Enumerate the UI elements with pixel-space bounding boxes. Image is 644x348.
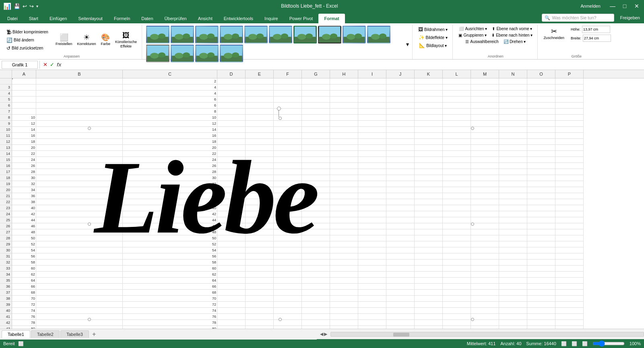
cell-A36[interactable]: 66: [12, 284, 36, 290]
cell-D5[interactable]: [217, 97, 246, 103]
cell-E25[interactable]: [246, 217, 274, 223]
cell-D26[interactable]: [217, 223, 246, 229]
cell-G2[interactable]: [302, 78, 330, 84]
cell-O21[interactable]: [527, 193, 555, 199]
cell-F16[interactable]: [274, 163, 302, 169]
row-num-16[interactable]: 16: [0, 163, 12, 169]
cell-O9[interactable]: [527, 121, 555, 127]
cell-I36[interactable]: [358, 284, 386, 290]
cell-J14[interactable]: [386, 151, 415, 157]
cell-K35[interactable]: [415, 278, 443, 284]
cell-E14[interactable]: [246, 151, 274, 157]
ribbon-tab-start[interactable]: Start: [23, 14, 44, 23]
cell-F3[interactable]: [274, 84, 302, 91]
cell-A41[interactable]: 76: [12, 314, 36, 320]
cell-C38[interactable]: 70: [123, 296, 217, 302]
cell-E21[interactable]: [246, 193, 274, 199]
cell-D21[interactable]: [217, 193, 246, 199]
cell-K27[interactable]: [415, 229, 443, 235]
cell-I31[interactable]: [358, 253, 386, 259]
cell-I8[interactable]: [358, 115, 386, 121]
cell-O37[interactable]: [527, 290, 555, 296]
cell-M42[interactable]: [471, 320, 499, 326]
cell-O5[interactable]: [527, 97, 555, 103]
ribbon-tab-power-pivot[interactable]: Power Pivot: [284, 14, 319, 23]
cell-J27[interactable]: [386, 229, 415, 235]
cell-A28[interactable]: 50: [12, 235, 36, 241]
cell-D29[interactable]: [217, 241, 246, 247]
cell-I28[interactable]: [358, 235, 386, 241]
cell-K31[interactable]: [415, 253, 443, 259]
cell-E33[interactable]: [246, 266, 274, 272]
close-button[interactable]: ✕: [633, 2, 641, 10]
cell-J12[interactable]: [386, 139, 415, 145]
cell-M25[interactable]: [471, 217, 499, 223]
col-header-C[interactable]: C: [123, 70, 217, 78]
cell-J42[interactable]: [386, 320, 415, 326]
cell-E30[interactable]: [246, 247, 274, 253]
cell-L33[interactable]: [443, 266, 471, 272]
cell-M24[interactable]: [471, 211, 499, 217]
cell-L20[interactable]: [443, 187, 471, 193]
cell-L14[interactable]: [443, 151, 471, 157]
cell-E12[interactable]: [246, 139, 274, 145]
cell-A14[interactable]: 22: [12, 151, 36, 157]
cell-G6[interactable]: [302, 103, 330, 109]
cell-P43[interactable]: [555, 326, 584, 329]
cell-F42[interactable]: [274, 320, 302, 326]
cell-A12[interactable]: 18: [12, 139, 36, 145]
cell-N39[interactable]: [499, 302, 527, 308]
cell-B41[interactable]: [36, 314, 123, 320]
col-header-A[interactable]: A: [12, 70, 36, 78]
cell-M20[interactable]: [471, 187, 499, 193]
cell-L23[interactable]: [443, 205, 471, 211]
col-header-D[interactable]: D: [217, 70, 246, 78]
cell-O14[interactable]: [527, 151, 555, 157]
cell-D9[interactable]: [217, 121, 246, 127]
cell-O2[interactable]: [527, 78, 555, 84]
cell-B29[interactable]: [36, 241, 123, 247]
cell-J11[interactable]: [386, 133, 415, 139]
image-style-2[interactable]: [171, 26, 194, 43]
cell-O22[interactable]: [527, 199, 555, 205]
cell-E11[interactable]: [246, 133, 274, 139]
cell-B40[interactable]: [36, 308, 123, 314]
scroll-left-icon[interactable]: ◀: [320, 332, 323, 337]
cell-F10[interactable]: [274, 127, 302, 133]
ribbon-tab-daten[interactable]: Daten: [136, 14, 159, 23]
cell-G31[interactable]: [302, 253, 330, 259]
cell-P17[interactable]: [555, 169, 584, 175]
cell-H30[interactable]: [330, 247, 358, 253]
cell-B14[interactable]: [36, 151, 123, 157]
cell-I25[interactable]: [358, 217, 386, 223]
cell-C21[interactable]: 36: [123, 193, 217, 199]
cell-O3[interactable]: [527, 84, 555, 91]
cell-E4[interactable]: [246, 91, 274, 97]
cell-P37[interactable]: [555, 290, 584, 296]
cell-J15[interactable]: [386, 157, 415, 163]
rotate-handle[interactable]: [277, 107, 281, 111]
cell-F31[interactable]: [274, 253, 302, 259]
row-num-4[interactable]: 4: [0, 91, 12, 97]
cell-I41[interactable]: [358, 314, 386, 320]
cell-N30[interactable]: [499, 247, 527, 253]
cell-D11[interactable]: [217, 133, 246, 139]
cell-I34[interactable]: [358, 272, 386, 278]
row-num-26[interactable]: 26: [0, 223, 12, 229]
cell-A9[interactable]: 12: [12, 121, 36, 127]
cell-N3[interactable]: [499, 84, 527, 91]
cell-M8[interactable]: [471, 115, 499, 121]
cell-B25[interactable]: [36, 217, 123, 223]
cell-N13[interactable]: [499, 145, 527, 151]
cell-I6[interactable]: [358, 103, 386, 109]
cell-E29[interactable]: [246, 241, 274, 247]
cell-F4[interactable]: [274, 91, 302, 97]
row-num-36[interactable]: 36: [0, 284, 12, 290]
cell-O30[interactable]: [527, 247, 555, 253]
selection-handle-bottom-right[interactable]: [471, 318, 474, 321]
freigeben-button[interactable]: Freigeben: [616, 12, 644, 23]
cell-P30[interactable]: [555, 247, 584, 253]
cell-P20[interactable]: [555, 187, 584, 193]
cell-H40[interactable]: [330, 308, 358, 314]
cell-C28[interactable]: 50: [123, 235, 217, 241]
